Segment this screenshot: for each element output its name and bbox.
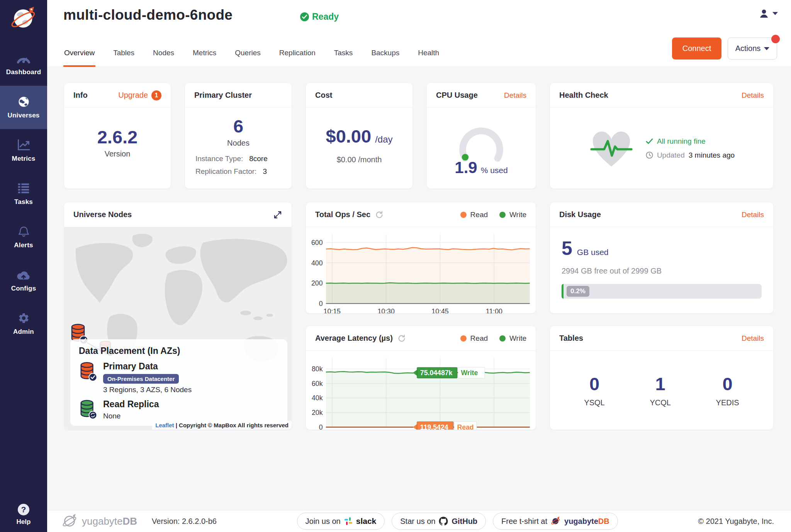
refresh-icon[interactable] (397, 334, 406, 343)
card-title: Cost (315, 91, 332, 100)
sidebar: Dashboard Universes (0, 0, 47, 532)
tshirt-button[interactable]: Free t-shirt at yugabyteDB (493, 513, 618, 530)
heartbeat-icon (589, 127, 634, 169)
cpu-details-link[interactable]: Details (504, 91, 526, 100)
task-list-icon (17, 182, 30, 194)
svg-text:Read: Read (457, 423, 474, 430)
actions-button[interactable]: Actions (728, 37, 777, 59)
cloud-upload-icon (16, 269, 31, 281)
tab-tasks[interactable]: Tasks (333, 49, 354, 67)
tab-replication[interactable]: Replication (278, 49, 316, 67)
check-icon (646, 138, 653, 144)
tables-card: Tables Details 0 YSQL 1 YCQL 0 (550, 326, 773, 430)
tables-details-link[interactable]: Details (742, 334, 764, 343)
disk-details-link[interactable]: Details (742, 211, 764, 219)
svg-text:10:45: 10:45 (431, 308, 448, 313)
nodes-caption: Nodes (227, 139, 250, 148)
help-icon: ? (18, 504, 29, 515)
yugabyte-logo-icon[interactable] (8, 4, 39, 34)
yugabyte-footer-logo-icon (62, 513, 78, 529)
dashboard-gauge-icon (16, 52, 31, 65)
card-title: Info (73, 91, 88, 100)
world-map[interactable]: Data Placement (In AZs) (64, 227, 292, 430)
leaflet-link[interactable]: Leaflet (155, 422, 174, 428)
sidebar-item-admin[interactable]: Admin (0, 302, 47, 345)
tab-backups[interactable]: Backups (370, 49, 400, 67)
card-title: Average Latency (µs) (315, 334, 393, 343)
card-title: Tables (559, 334, 583, 343)
health-check-card: Health Check Details All running fine (550, 83, 773, 189)
svg-text:60k: 60k (312, 380, 323, 388)
sidebar-item-help[interactable]: ? Help (0, 504, 47, 526)
tab-metrics[interactable]: Metrics (192, 49, 217, 67)
health-details-link[interactable]: Details (742, 91, 764, 100)
chart-legend: Read Write (460, 334, 526, 343)
cpu-value: 1.9 (455, 158, 477, 177)
upgrade-link[interactable]: Upgrade 1 (118, 90, 161, 100)
tab-overview[interactable]: Overview (63, 49, 95, 67)
chart-legend: Read Write (460, 211, 526, 219)
sidebar-item-label: Universes (7, 112, 39, 119)
tab-health[interactable]: Health (417, 49, 440, 67)
sidebar-item-label: Dashboard (6, 68, 41, 76)
chevron-down-icon (764, 47, 769, 50)
tab-queries[interactable]: Queries (234, 49, 261, 67)
version-value: 2.6.2 (97, 128, 138, 146)
slack-icon (344, 517, 353, 525)
upgrade-count-badge: 1 (151, 90, 161, 100)
page-title: multi-cloud-demo-6node (63, 7, 233, 23)
sidebar-item-dashboard[interactable]: Dashboard (0, 42, 47, 86)
slack-button[interactable]: Join us on slack (297, 513, 385, 530)
footer-copyright: © 2021 Yugabyte, Inc. (698, 517, 774, 526)
card-title: Total Ops / Sec (315, 210, 370, 219)
disk-percent-badge: 0.2% (567, 286, 589, 297)
average-latency-card: Average Latency (µs) Read Write (306, 326, 536, 430)
topbar: multi-cloud-demo-6node Ready Overview Ta… (47, 0, 791, 67)
status-badge: Ready (300, 12, 339, 22)
tab-nodes[interactable]: Nodes (152, 49, 175, 67)
sidebar-item-metrics[interactable]: Metrics (0, 129, 47, 172)
disk-usage-bar: 0.2% (562, 284, 762, 299)
placement-title: Data Placement (In AZs) (79, 346, 279, 356)
clock-icon (646, 151, 653, 159)
main-content: Info Upgrade 1 2.6.2 Version Primary Clu… (47, 68, 791, 510)
planet-icon (551, 516, 561, 526)
sidebar-nav: Dashboard Universes (0, 42, 47, 345)
tab-bar: Overview Tables Nodes Metrics Queries Re… (63, 49, 440, 67)
github-icon (439, 517, 448, 526)
svg-text:11:00: 11:00 (486, 308, 502, 313)
card-title: CPU Usage (436, 91, 478, 100)
refresh-icon[interactable] (375, 211, 384, 219)
health-status-row: All running fine (646, 137, 735, 146)
card-title: Universe Nodes (73, 210, 132, 219)
svg-text:0: 0 (319, 423, 323, 430)
cost-card: Cost $0.00 /day $0.00 /month (306, 83, 412, 189)
globe-icon (17, 95, 30, 108)
sidebar-item-tasks[interactable]: Tasks (0, 172, 47, 216)
total-ops-card: Total Ops / Sec Read Write (306, 202, 536, 313)
disk-usage-card: Disk Usage Details 5 GB used 2994 GB fre… (550, 202, 773, 313)
sidebar-item-configs[interactable]: Configs (0, 259, 47, 302)
svg-text:80k: 80k (312, 365, 323, 373)
connect-button[interactable]: Connect (672, 37, 721, 59)
tab-tables[interactable]: Tables (112, 49, 135, 67)
disk-free-text: 2994 GB free out of 2999 GB (562, 267, 662, 275)
sidebar-item-label: Tasks (14, 198, 33, 206)
card-title: Disk Usage (559, 210, 601, 219)
instance-type-row: Instance Type: 8core (195, 155, 281, 163)
user-menu[interactable] (758, 8, 778, 19)
sidebar-item-universes[interactable]: Universes (0, 86, 47, 129)
expand-icon[interactable] (273, 210, 282, 219)
data-placement-overlay: Data Placement (In AZs) (70, 339, 287, 426)
average-latency-chart: 10:1510:3010:4511:00020k40k60k80k75.0448… (306, 351, 536, 430)
sidebar-item-label: Configs (11, 285, 36, 292)
info-card: Info Upgrade 1 2.6.2 Version (64, 83, 171, 189)
primary-db-icon (79, 361, 97, 381)
svg-text:10:15: 10:15 (324, 308, 341, 313)
sidebar-item-alerts[interactable]: Alerts (0, 216, 47, 259)
bell-icon (17, 225, 30, 238)
datacenter-badge: On-Premises Datacenter (103, 374, 179, 384)
sidebar-item-label: Help (17, 518, 31, 526)
yedis-count: 0 YEDIS (716, 373, 739, 407)
github-button[interactable]: Star us on GitHub (392, 513, 486, 530)
